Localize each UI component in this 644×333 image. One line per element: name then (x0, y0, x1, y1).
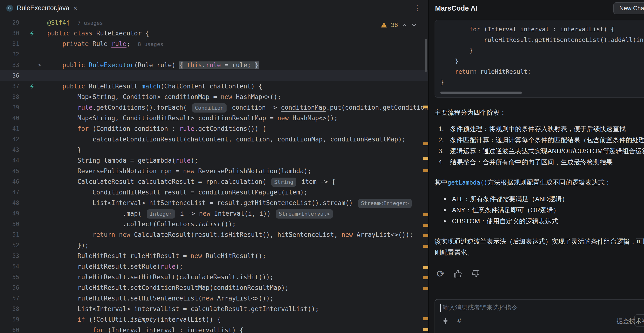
code-line-text[interactable]: .collect(Collectors.toList()); (47, 219, 428, 230)
code-line[interactable]: 49 .map( Integer i -> new Interval(i, i)… (0, 208, 428, 219)
code-line-text[interactable]: private Rule rule; 8 usages (47, 38, 428, 49)
code-line[interactable]: 37 public RuleHitResult match(ChatConten… (0, 81, 428, 92)
tab-rule-executor[interactable]: C RuleExecutor.java × (0, 0, 84, 16)
warning-stripe-mark[interactable] (423, 224, 428, 227)
gutter[interactable] (19, 240, 47, 250)
code-line[interactable]: 43 } (0, 144, 428, 155)
code-line-text[interactable] (47, 49, 428, 60)
code-line[interactable]: 41 for (Condition condition : rule.getCo… (0, 123, 428, 134)
code-line[interactable]: 52 }); (0, 240, 428, 250)
chat-input[interactable]: 输入消息或者"/"来选择指令 # (434, 299, 644, 333)
code-line-text[interactable]: List<Interval> hitSentenceList = result.… (47, 198, 428, 208)
line-number[interactable]: 32 (0, 49, 19, 60)
code-line-text[interactable]: ruleHitResult.setConditionResultMap(cond… (47, 282, 428, 293)
gutter[interactable] (19, 166, 47, 176)
gutter[interactable] (19, 38, 47, 49)
gutter[interactable] (19, 144, 47, 155)
warning-stripe-mark[interactable] (423, 276, 428, 279)
warning-stripe-mark[interactable] (423, 328, 428, 331)
code-line[interactable]: 42 calculateConditionResult(chatContent,… (0, 134, 428, 144)
gutter[interactable] (19, 261, 47, 272)
code-line-text[interactable]: for (Condition condition : rule.getCondi… (47, 123, 428, 134)
line-number[interactable]: 43 (0, 144, 19, 155)
line-number[interactable]: 49 (0, 208, 19, 219)
code-line-text[interactable]: ruleHitResult.setRule(rule); (47, 261, 428, 272)
code-line[interactable]: 48 List<Interval> hitSentenceList = resu… (0, 198, 428, 208)
line-number[interactable]: 53 (0, 250, 19, 261)
gutter[interactable] (19, 219, 47, 230)
code-line[interactable]: 50 .collect(Collectors.toList()); (0, 219, 428, 230)
gutter[interactable] (19, 70, 47, 81)
code-line-text[interactable]: public RuleHitResult match(ChatContent c… (47, 81, 428, 92)
code-line[interactable]: 55 ruleHitResult.setHitResult(calculateR… (0, 272, 428, 282)
code-line-text[interactable]: public RuleExecutor(Rule rule) { this.ru… (47, 60, 428, 70)
warning-stripe-mark[interactable] (423, 245, 428, 248)
line-number[interactable]: 30 (0, 28, 19, 38)
gutter[interactable] (19, 304, 47, 314)
gutter[interactable] (19, 187, 47, 198)
warning-stripe-mark[interactable] (423, 169, 428, 172)
line-number[interactable]: 33 (0, 60, 19, 70)
code-line[interactable]: 54 ruleHitResult.setRule(rule); (0, 261, 428, 272)
code-line-text[interactable]: calculateConditionResult(chatContent, co… (47, 134, 428, 144)
code-line-text[interactable]: RuleHitResult ruleHitResult = new RuleHi… (47, 250, 428, 261)
gutter[interactable] (19, 325, 47, 333)
code-line-text[interactable]: public class RuleExecutor { (47, 28, 428, 38)
prev-warning-icon[interactable] (401, 22, 408, 28)
line-number[interactable]: 44 (0, 155, 19, 166)
gutter[interactable] (19, 250, 47, 261)
inspections-widget[interactable]: 36 (379, 20, 419, 30)
line-number[interactable]: 55 (0, 272, 19, 282)
thumbs-up-icon[interactable] (453, 269, 462, 278)
code-line[interactable]: 58 List<Interval> intervalList = calcula… (0, 304, 428, 314)
code-line[interactable]: 30public class RuleExecutor { (0, 28, 428, 38)
gutter[interactable] (19, 102, 47, 113)
gutter[interactable] (19, 123, 47, 134)
new-chat-button[interactable]: New Chat (614, 2, 644, 14)
line-number[interactable]: 54 (0, 261, 19, 272)
line-number[interactable]: 39 (0, 102, 19, 113)
code-line[interactable]: 39 rule.getConditions().forEach( Conditi… (0, 102, 428, 113)
code-line-text[interactable]: if (!CollUtil.isEmpty(intervalList)) { (47, 314, 428, 325)
gutter[interactable] (19, 17, 47, 28)
code-line[interactable]: 31 private Rule rule; 8 usages (0, 38, 428, 49)
warning-stripe-mark[interactable] (423, 213, 428, 216)
code-line[interactable]: 32 (0, 49, 428, 60)
input-line[interactable]: 输入消息或者"/"来选择指令 (440, 303, 644, 312)
code-line[interactable]: 51 return new CalculateResult(result.isH… (0, 230, 428, 240)
code-line-text[interactable]: ConditionHitResult result = conditionRes… (47, 187, 428, 198)
code-line[interactable]: 53 RuleHitResult ruleHitResult = new Rul… (0, 250, 428, 261)
code-line-text[interactable]: rule.getConditions().forEach( Condition … (47, 102, 428, 113)
code-line-text[interactable]: ruleHitResult.setHitResult(calculateResu… (47, 272, 428, 282)
warning-stripe-mark[interactable] (423, 106, 428, 108)
code-line-text[interactable]: return new CalculateResult(result.isHitR… (47, 230, 428, 240)
regenerate-icon[interactable]: ⟳ (436, 269, 445, 278)
gutter[interactable] (19, 134, 47, 144)
code-line-text[interactable]: ruleHitResult.setHitSentenceList(new Arr… (47, 293, 428, 304)
code-line-text[interactable]: @Slf4j 7 usages (47, 17, 428, 28)
line-number[interactable]: 40 (0, 113, 19, 123)
code-line-text[interactable]: .map( Integer i -> new Interval(i, i)) S… (47, 208, 428, 219)
code-line[interactable]: 40 Map<String, ConditionHitResult> condi… (0, 113, 428, 123)
line-number[interactable]: 37 (0, 81, 19, 92)
code-line[interactable]: 45 ReversePolishNotation rpn = new Rever… (0, 166, 428, 176)
code-line[interactable]: 33> public RuleExecutor(Rule rule) { thi… (0, 60, 428, 70)
code-line-text[interactable]: List<Interval> intervalList = calculateR… (47, 304, 428, 314)
gutter[interactable] (19, 230, 47, 240)
line-number[interactable]: 38 (0, 92, 19, 102)
gutter[interactable] (19, 176, 47, 187)
context-icon[interactable]: # (457, 317, 461, 325)
code-line[interactable]: 46 CalculateResult calculateResult = rpn… (0, 176, 428, 187)
line-number[interactable]: 50 (0, 219, 19, 230)
code-editor[interactable]: 29@Slf4j 7 usages30public class RuleExec… (0, 16, 428, 333)
warning-stripe-mark[interactable] (423, 157, 428, 160)
gutter[interactable] (19, 293, 47, 304)
warning-stripe-mark[interactable] (423, 317, 428, 320)
line-number[interactable]: 41 (0, 123, 19, 134)
code-line[interactable]: 38 Map<String, Condition> conditionMap =… (0, 92, 428, 102)
line-number[interactable]: 42 (0, 134, 19, 144)
h-scrollbar[interactable] (440, 92, 522, 94)
code-line-text[interactable] (47, 70, 428, 81)
gutter[interactable] (19, 155, 47, 166)
editor-more-icon[interactable]: ⋮ (413, 3, 421, 12)
